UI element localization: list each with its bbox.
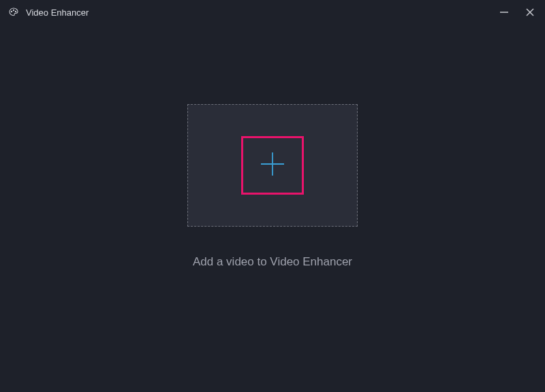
main-content: Add a video to Video Enhancer [0, 0, 545, 392]
highlight-annotation [241, 136, 304, 195]
dropzone-caption: Add a video to Video Enhancer [193, 255, 352, 269]
plus-icon [257, 148, 288, 182]
add-video-dropzone[interactable] [187, 104, 358, 227]
